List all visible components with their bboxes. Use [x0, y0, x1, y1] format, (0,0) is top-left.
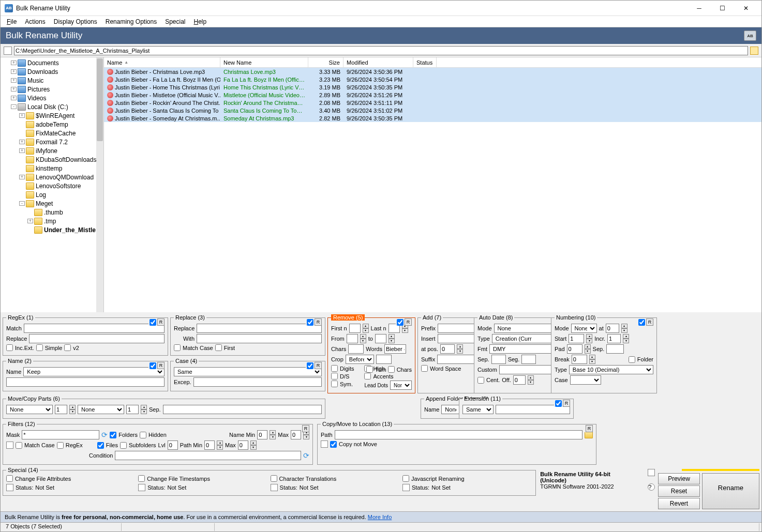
- extension-reset-button[interactable]: R: [563, 400, 570, 407]
- column-newname[interactable]: New Name: [220, 57, 308, 67]
- filters-reset-button[interactable]: R: [302, 425, 309, 432]
- revert-button[interactable]: Revert: [658, 498, 700, 509]
- filters-namemax-input[interactable]: [291, 430, 301, 439]
- tree-node[interactable]: +.tmp: [1, 217, 103, 225]
- menu-renaming-options[interactable]: Renaming Options: [101, 17, 161, 26]
- regex-simple-checkbox[interactable]: [36, 344, 43, 351]
- javascript-icon[interactable]: [402, 484, 410, 491]
- file-row[interactable]: Justin Bieber - Home This Christmas (Lyr…: [104, 83, 761, 91]
- autodate-seg-input[interactable]: [521, 355, 536, 364]
- file-row[interactable]: Justin Bieber - Rockin' Around The Chris…: [104, 99, 761, 107]
- remove-chars-input[interactable]: [348, 344, 364, 354]
- filters-namemin-input[interactable]: [257, 430, 267, 439]
- regex-reset-button[interactable]: R: [157, 318, 165, 326]
- extension-enable-checkbox[interactable]: [555, 400, 562, 407]
- filters-matchcase-checkbox[interactable]: [16, 442, 22, 449]
- replace-matchcase-checkbox[interactable]: [174, 344, 181, 351]
- more-info-link[interactable]: More Info: [368, 514, 392, 520]
- column-status[interactable]: Status: [413, 57, 437, 67]
- file-row[interactable]: Justin Bieber - Fa La La ft. Boyz II Men…: [104, 75, 761, 83]
- tree-node[interactable]: +LenovoQMDownload: [1, 173, 103, 181]
- filters-folders-checkbox[interactable]: [110, 432, 116, 438]
- autodate-sep-input[interactable]: [491, 355, 506, 364]
- remove-reset-button[interactable]: R: [405, 318, 412, 326]
- autodate-cent-checkbox[interactable]: [477, 377, 484, 384]
- filters-hidden-checkbox[interactable]: [140, 432, 146, 438]
- expand-toggle[interactable]: +: [11, 96, 17, 100]
- special-jr-checkbox[interactable]: [402, 475, 409, 482]
- numbering-mode-select[interactable]: None: [571, 324, 597, 333]
- case-reset-button[interactable]: R: [315, 362, 322, 369]
- filters-condition-input[interactable]: [115, 451, 301, 460]
- replace-with-input[interactable]: [197, 334, 322, 343]
- expand-toggle[interactable]: +: [19, 148, 25, 153]
- column-modified[interactable]: Modified: [343, 57, 413, 67]
- numbering-break-input[interactable]: [572, 355, 587, 364]
- filters-files-checkbox[interactable]: [97, 442, 104, 449]
- expand-toggle[interactable]: +: [11, 60, 17, 65]
- close-button[interactable]: ✕: [734, 1, 757, 16]
- file-row[interactable]: Justin Bieber - Christmas Love.mp3Christ…: [104, 68, 761, 75]
- replace-enable-checkbox[interactable]: [307, 319, 313, 326]
- browse-folder-icon[interactable]: [750, 47, 758, 55]
- filters-pathmax-input[interactable]: [238, 440, 248, 450]
- tree-node[interactable]: +iMyfone: [1, 146, 103, 155]
- name-enable-checkbox[interactable]: [150, 362, 156, 369]
- case-excep-input[interactable]: [193, 377, 322, 387]
- column-name[interactable]: Name▲: [104, 57, 220, 67]
- expand-toggle[interactable]: +: [19, 140, 25, 144]
- copymove-copynotmove-checkbox[interactable]: [330, 441, 337, 448]
- regex-enable-checkbox[interactable]: [150, 319, 156, 326]
- help-icon[interactable]: ?: [648, 483, 655, 491]
- expand-toggle[interactable]: +: [19, 175, 25, 179]
- minimize-button[interactable]: ─: [688, 1, 711, 16]
- numbering-enable-checkbox[interactable]: [638, 319, 645, 326]
- tree-node[interactable]: +$WinREAgent: [1, 111, 103, 120]
- file-list-header[interactable]: Name▲ New Name Size Modified Status: [104, 57, 761, 68]
- expand-toggle[interactable]: +: [11, 78, 17, 83]
- tree-node[interactable]: +Downloads: [1, 67, 103, 76]
- extension-mode-select[interactable]: Same: [462, 405, 494, 414]
- refresh-icon[interactable]: ⟳: [101, 431, 108, 439]
- copymove-icon[interactable]: [321, 440, 328, 448]
- tree-node[interactable]: -Local Disk (C:): [1, 102, 103, 111]
- remove-crop-select[interactable]: Before: [346, 355, 374, 364]
- special-cfa-checkbox[interactable]: [6, 475, 13, 482]
- movecopy-mode1-select[interactable]: None: [6, 405, 53, 414]
- expand-toggle[interactable]: +: [11, 69, 17, 74]
- remove-firstn-input[interactable]: [349, 324, 361, 333]
- tree-node[interactable]: -Meget: [1, 199, 103, 208]
- replace-first-checkbox[interactable]: [215, 344, 222, 351]
- menu-help[interactable]: Help: [190, 17, 211, 26]
- options-icon[interactable]: [648, 469, 655, 476]
- remove-ds-checkbox[interactable]: [331, 373, 338, 379]
- movecopy-mode2-select[interactable]: None: [78, 405, 124, 414]
- numbering-at-input[interactable]: [606, 324, 619, 333]
- filters-regex-checkbox[interactable]: [57, 442, 64, 449]
- expand-toggle[interactable]: -: [19, 201, 25, 206]
- autodate-off-input[interactable]: [513, 375, 526, 385]
- filters-glob-icon[interactable]: [6, 442, 13, 449]
- folder-tree[interactable]: +Documents+Downloads+Music+Pictures+Vide…: [1, 57, 104, 312]
- tree-scrollbar[interactable]: [96, 57, 103, 312]
- numbering-incr-input[interactable]: [607, 334, 621, 343]
- copymove-reset-button[interactable]: R: [586, 425, 593, 432]
- tree-node[interactable]: +Foxmail 7.2: [1, 138, 103, 146]
- tree-node[interactable]: FixMateCache: [1, 129, 103, 138]
- refresh2-icon[interactable]: ⟳: [303, 451, 309, 460]
- expand-toggle[interactable]: +: [19, 113, 25, 118]
- menu-special[interactable]: Special: [161, 17, 189, 26]
- remove-to-input[interactable]: [375, 334, 386, 343]
- remove-chars2-checkbox[interactable]: [388, 366, 395, 373]
- file-list[interactable]: Justin Bieber - Christmas Love.mp3Christ…: [104, 68, 761, 312]
- filters-subfolders-checkbox[interactable]: [120, 442, 127, 449]
- filters-mask-input[interactable]: [22, 430, 99, 439]
- rename-button[interactable]: Rename: [702, 473, 759, 509]
- tree-node[interactable]: adobeTemp: [1, 120, 103, 129]
- case-enable-checkbox[interactable]: [307, 362, 313, 369]
- tree-node[interactable]: +Videos: [1, 94, 103, 102]
- menu-display-options[interactable]: Display Options: [50, 17, 101, 26]
- folder-tree-icon[interactable]: [4, 47, 12, 55]
- numbering-folder-checkbox[interactable]: [629, 356, 635, 363]
- movecopy-n2-input[interactable]: [126, 405, 139, 414]
